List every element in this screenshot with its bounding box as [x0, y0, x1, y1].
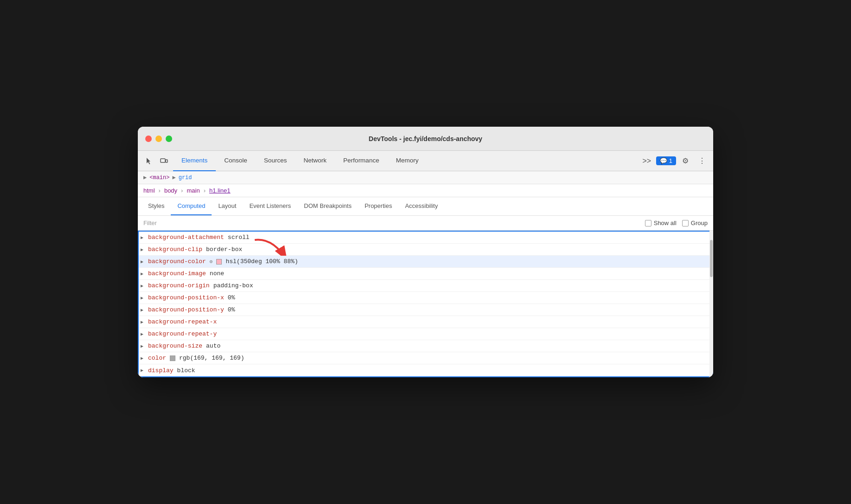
expand-icon[interactable]: ▶	[141, 271, 146, 277]
table-row: ▶ background-image none	[139, 268, 712, 280]
expand-icon[interactable]: ▶	[141, 343, 146, 349]
prop-name: background-color	[148, 258, 206, 265]
prop-name: background-size	[148, 342, 202, 349]
computed-arrow-icon: ⊙	[210, 258, 213, 265]
prop-name: background-clip	[148, 246, 202, 253]
path-html[interactable]: html	[143, 187, 155, 194]
tab-performance[interactable]: Performance	[335, 151, 387, 171]
cursor-icon[interactable]	[142, 154, 156, 168]
titlebar: DevTools - jec.fyi/demo/cds-anchovy	[138, 127, 713, 151]
prop-name: background-origin	[148, 282, 210, 289]
color-swatch[interactable]	[170, 355, 175, 361]
more-tabs-button[interactable]: >>	[639, 154, 654, 168]
expand-icon[interactable]: ▶	[141, 331, 146, 337]
tab-event-listeners[interactable]: Event Listeners	[243, 197, 297, 215]
expand-icon[interactable]: ▶	[141, 247, 146, 252]
color-swatch[interactable]	[216, 259, 222, 265]
computed-tabs-bar: Styles Computed Layout Event Listeners D…	[138, 197, 713, 216]
properties-list: ▶ background-attachment scroll ▶ backgro…	[138, 231, 713, 377]
expand-icon[interactable]: ▶	[141, 259, 146, 265]
show-all-checkbox-box[interactable]	[645, 220, 651, 226]
breadcrumb-grid-value[interactable]: grid	[179, 174, 192, 181]
table-row: ▶ background-position-y 0%	[139, 304, 712, 316]
table-row: ▶ background-position-x 0%	[139, 292, 712, 304]
table-row: ▶ color rgb(169, 169, 169)	[139, 352, 712, 364]
close-button[interactable]	[145, 136, 152, 142]
more-options-button[interactable]: ⋮	[695, 154, 709, 168]
path-h1[interactable]: h1.line1	[209, 187, 231, 194]
prop-name: background-attachment	[148, 234, 224, 241]
prop-value: 0%	[228, 294, 235, 301]
device-toggle-icon[interactable]	[156, 154, 171, 168]
tab-console[interactable]: Console	[216, 151, 256, 171]
svg-rect-0	[161, 159, 165, 162]
traffic-lights	[145, 136, 172, 142]
path-main[interactable]: main	[187, 187, 200, 194]
prop-value: rgb(169, 169, 169)	[170, 355, 244, 362]
filter-input[interactable]	[143, 220, 645, 226]
table-row: ▶ background-repeat-y	[139, 328, 712, 340]
table-row: ▶ background-size auto	[139, 340, 712, 352]
tab-network[interactable]: Network	[295, 151, 335, 171]
expand-icon[interactable]: ▶	[141, 307, 146, 313]
prop-name: color	[148, 355, 166, 362]
tab-properties[interactable]: Properties	[358, 197, 399, 215]
tab-elements[interactable]: Elements	[173, 151, 216, 171]
prop-value: auto	[206, 342, 220, 349]
table-row: ▶ display block	[139, 364, 712, 376]
minimize-button[interactable]	[155, 136, 162, 142]
prop-value: block	[177, 367, 195, 374]
prop-value: none	[210, 270, 224, 277]
dom-breadcrumb: ▶ <main> ▶ grid	[138, 171, 713, 184]
prop-name: background-position-x	[148, 294, 224, 301]
tab-memory[interactable]: Memory	[387, 151, 427, 171]
expand-icon[interactable]: ▶	[141, 319, 146, 325]
show-all-checkbox[interactable]: Show all	[645, 220, 677, 226]
group-checkbox[interactable]: Group	[682, 220, 708, 226]
chat-button[interactable]: 💬 1	[656, 156, 676, 165]
tabs-right-controls: >> 💬 1 ⚙ ⋮	[639, 154, 709, 168]
tab-styles[interactable]: Styles	[142, 197, 171, 215]
prop-value: scroll	[228, 234, 250, 241]
tab-layout[interactable]: Layout	[212, 197, 243, 215]
tab-dom-breakpoints[interactable]: DOM Breakpoints	[297, 197, 358, 215]
table-row: ▶ background-origin padding-box	[139, 280, 712, 292]
expand-icon[interactable]: ▶	[141, 355, 146, 361]
table-row: ▶ background-clip border-box	[139, 244, 712, 256]
prop-value: ⊙ hsl(350deg 100% 88%)	[210, 258, 298, 265]
breadcrumb-arrow: ▶	[143, 174, 147, 181]
svg-rect-1	[166, 160, 168, 162]
prop-value: border-box	[206, 246, 242, 253]
expand-icon[interactable]: ▶	[141, 283, 146, 289]
prop-value: padding-box	[213, 282, 253, 289]
filter-controls: Show all Group	[645, 220, 708, 226]
expand-icon[interactable]: ▶	[141, 235, 146, 240]
table-row: ▶ background-repeat-x	[139, 316, 712, 328]
table-row: ▶ background-attachment scroll	[139, 232, 712, 244]
prop-value: 0%	[228, 306, 235, 313]
devtools-window: DevTools - jec.fyi/demo/cds-anchovy Elem…	[138, 127, 713, 377]
prop-name: background-repeat-y	[148, 330, 217, 337]
element-path-bar: html › body › main › h1.line1	[138, 184, 713, 197]
tab-computed[interactable]: Computed	[171, 197, 212, 215]
settings-button[interactable]: ⚙	[678, 154, 693, 168]
prop-name: display	[148, 367, 174, 374]
breadcrumb-main-tag[interactable]: <main>	[149, 174, 169, 181]
filter-bar: Show all Group	[138, 216, 713, 231]
prop-name: background-image	[148, 270, 206, 277]
tab-accessibility[interactable]: Accessibility	[399, 197, 445, 215]
path-body[interactable]: body	[164, 187, 177, 194]
prop-name: background-repeat-x	[148, 318, 217, 325]
group-checkbox-box[interactable]	[682, 220, 689, 226]
prop-name: background-position-y	[148, 306, 224, 313]
maximize-button[interactable]	[166, 136, 172, 142]
expand-icon[interactable]: ▶	[141, 368, 146, 373]
scrollbar-track[interactable]	[709, 231, 713, 377]
tab-sources[interactable]: Sources	[256, 151, 296, 171]
expand-icon[interactable]: ▶	[141, 295, 146, 301]
window-title: DevTools - jec.fyi/demo/cds-anchovy	[369, 135, 483, 142]
properties-container: ▶ background-attachment scroll ▶ backgro…	[138, 231, 713, 377]
devtools-tabs-bar: Elements Console Sources Network Perform…	[138, 151, 713, 171]
table-row: ▶ background-color ⊙ hsl(350deg 100% 88%…	[139, 256, 712, 268]
scrollbar-thumb[interactable]	[710, 240, 713, 277]
